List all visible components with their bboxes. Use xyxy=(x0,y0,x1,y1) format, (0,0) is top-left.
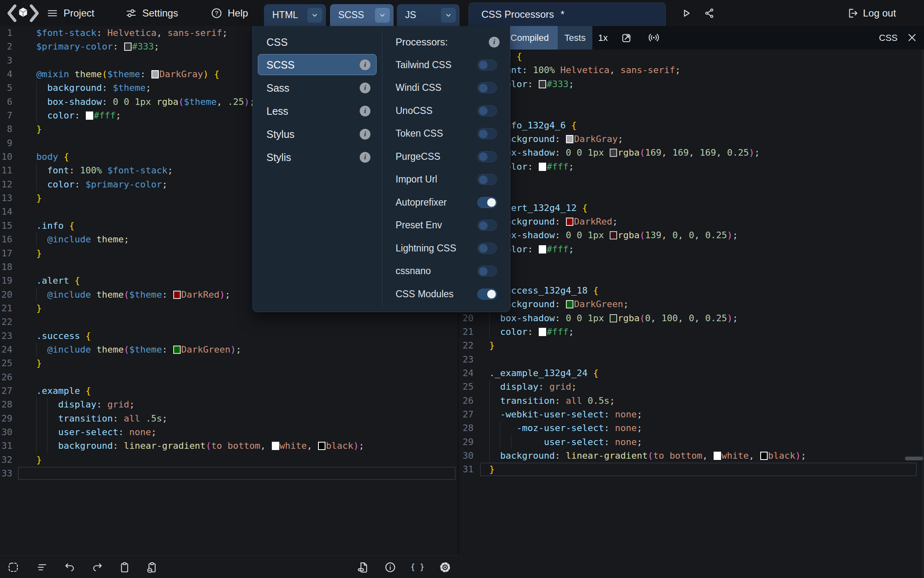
code-line[interactable]: 3 color: #333; xyxy=(459,77,924,91)
code-line[interactable]: 10} xyxy=(459,173,924,187)
code-line[interactable]: 31} xyxy=(459,462,924,476)
run-button[interactable] xyxy=(680,0,692,26)
language-item-stylus[interactable]: Stylusi xyxy=(253,124,382,144)
menu-settings[interactable]: Settings xyxy=(125,0,178,26)
code-line[interactable]: 24 @include theme($theme: DarkGreen); xyxy=(0,343,458,356)
clipboard-remove-icon[interactable] xyxy=(144,560,159,575)
selection-icon[interactable] xyxy=(6,560,21,575)
language-item-scss[interactable]: SCSSi xyxy=(253,54,382,75)
format-icon[interactable] xyxy=(35,560,50,575)
toggle-tailwind-css[interactable] xyxy=(477,59,497,71)
toggle-token-css[interactable] xyxy=(477,128,497,139)
info-icon[interactable]: i xyxy=(360,83,370,93)
color-swatch xyxy=(539,80,546,88)
toggle-preset-env[interactable] xyxy=(477,220,497,231)
code-line[interactable]: 7 background: DarkGray; xyxy=(459,132,924,146)
code-line[interactable]: 23.success { xyxy=(0,329,458,343)
code-line[interactable]: 11 xyxy=(459,187,924,201)
code-line[interactable]: 5 xyxy=(459,104,924,118)
redo-icon[interactable] xyxy=(90,560,105,575)
settings-gear-icon[interactable] xyxy=(438,560,453,575)
menu-help[interactable]: ? Help xyxy=(210,0,248,26)
editor-tab-js[interactable]: JS xyxy=(397,4,460,26)
toggle-autoprefixer[interactable] xyxy=(477,197,497,208)
code-line[interactable]: 24._example_132g4_24 { xyxy=(459,366,924,380)
language-item-css[interactable]: CSS xyxy=(253,32,382,52)
info-icon[interactable]: i xyxy=(360,129,370,140)
project-title-panel[interactable]: CSS Processors * xyxy=(469,2,666,26)
info-icon[interactable] xyxy=(383,560,398,575)
code-line[interactable]: 13 background: DarkRed; xyxy=(459,215,924,228)
braces-icon[interactable]: { } xyxy=(410,560,425,575)
toggle-cssnano[interactable] xyxy=(477,265,497,277)
info-icon[interactable]: i xyxy=(360,59,370,70)
code-line[interactable]: 12._alert_132g4_12 { xyxy=(459,201,924,215)
info-icon[interactable]: i xyxy=(360,106,370,116)
code-line[interactable]: 22} xyxy=(459,339,924,352)
code-line[interactable]: 27 -webkit-user-select: none; xyxy=(459,407,924,421)
language-item-sass[interactable]: Sassi xyxy=(253,78,382,98)
code-line[interactable]: 27.example { xyxy=(0,384,458,398)
file-link-icon[interactable] xyxy=(356,560,370,575)
undo-icon[interactable] xyxy=(62,560,77,575)
broadcast-icon[interactable] xyxy=(648,31,660,44)
code-line[interactable]: 25 display: grid; xyxy=(459,380,924,393)
info-icon[interactable]: i xyxy=(489,37,500,47)
code-line[interactable]: 17 xyxy=(459,270,924,284)
code-line[interactable]: 31 background: linear-gradient(to bottom… xyxy=(0,439,458,452)
code-line[interactable]: 33 xyxy=(0,467,458,480)
language-item-stylis[interactable]: Stylisi xyxy=(253,147,382,168)
code-line[interactable]: 16} xyxy=(459,256,924,270)
code-line[interactable]: 25} xyxy=(0,356,458,370)
code-line[interactable]: 23 xyxy=(459,353,924,366)
editor-tab-scss[interactable]: SCSS xyxy=(330,4,394,26)
code-line[interactable]: 6._info_132g4_6 { xyxy=(459,118,924,132)
language-item-less[interactable]: Lessi xyxy=(253,101,382,121)
code-line[interactable]: 22 xyxy=(0,315,458,329)
code-line[interactable]: 1body { xyxy=(459,50,924,63)
code-line[interactable]: 29 transition: all .5s; xyxy=(0,412,458,425)
close-icon[interactable] xyxy=(906,31,918,44)
code-line[interactable]: 20 box-shadow: 0 0 1px rgba(0, 100, 0, 0… xyxy=(459,311,924,325)
code-line[interactable]: 14 box-shadow: 0 0 1px rgba(139, 0, 0, 0… xyxy=(459,228,924,242)
code-line[interactable]: 26 xyxy=(0,370,458,384)
code-line[interactable]: 30 user-select: none; xyxy=(0,425,458,439)
code-line[interactable]: 4} xyxy=(459,91,924,104)
zoom-level[interactable]: 1x xyxy=(598,26,608,50)
scrollbar-thumb[interactable] xyxy=(905,457,923,460)
chevron-down-icon[interactable] xyxy=(307,8,322,23)
question-icon: ? xyxy=(210,7,223,19)
open-external-icon[interactable] xyxy=(620,31,633,44)
code-line[interactable]: 26 transition: all 0.5s; xyxy=(459,394,924,407)
share-button[interactable] xyxy=(704,0,715,26)
logout-button[interactable]: Log out xyxy=(846,0,896,26)
toggle-unocss[interactable] xyxy=(477,105,497,116)
tab-tests[interactable]: Tests xyxy=(558,26,592,50)
code-line[interactable]: 30 background: linear-gradient(to bottom… xyxy=(459,449,924,462)
code-line[interactable]: 29 user-select: none; xyxy=(459,435,924,449)
code-line[interactable]: 28 display: grid; xyxy=(0,398,458,411)
vertical-scrollbar[interactable] xyxy=(922,50,924,578)
menu-project[interactable]: Project xyxy=(46,0,94,26)
code-line[interactable]: 18._success_132g4_18 { xyxy=(459,284,924,297)
code-line[interactable]: 21 color: #fff; xyxy=(459,325,924,339)
code-line[interactable]: 2 font: 100% Helvetica, sans-serif; xyxy=(459,63,924,77)
code-line[interactable]: 15 color: #fff; xyxy=(459,242,924,256)
toggle-lightning-css[interactable] xyxy=(477,243,497,254)
toggle-windi-css[interactable] xyxy=(477,82,497,93)
chevron-down-icon[interactable] xyxy=(375,8,390,23)
code-line[interactable]: 19 background: DarkGreen; xyxy=(459,297,924,311)
chevron-down-icon[interactable] xyxy=(441,8,456,23)
code-line[interactable]: 8 box-shadow: 0 0 1px rgba(169, 169, 169… xyxy=(459,146,924,159)
compiled-css-editor[interactable]: 1body {2 font: 100% Helvetica, sans-seri… xyxy=(459,50,924,578)
line-number: 19 xyxy=(0,274,17,287)
toggle-purgecss[interactable] xyxy=(477,151,497,162)
toggle-import-url[interactable] xyxy=(477,174,497,185)
code-line[interactable]: 28 -moz-user-select: none; xyxy=(459,421,924,435)
code-line[interactable]: 32} xyxy=(0,453,458,467)
info-icon[interactable]: i xyxy=(360,152,370,163)
editor-tab-html[interactable]: HTML xyxy=(264,4,326,26)
toggle-css-modules[interactable] xyxy=(477,289,497,300)
code-line[interactable]: 9 color: #fff; xyxy=(459,160,924,173)
paste-icon[interactable] xyxy=(117,560,132,575)
